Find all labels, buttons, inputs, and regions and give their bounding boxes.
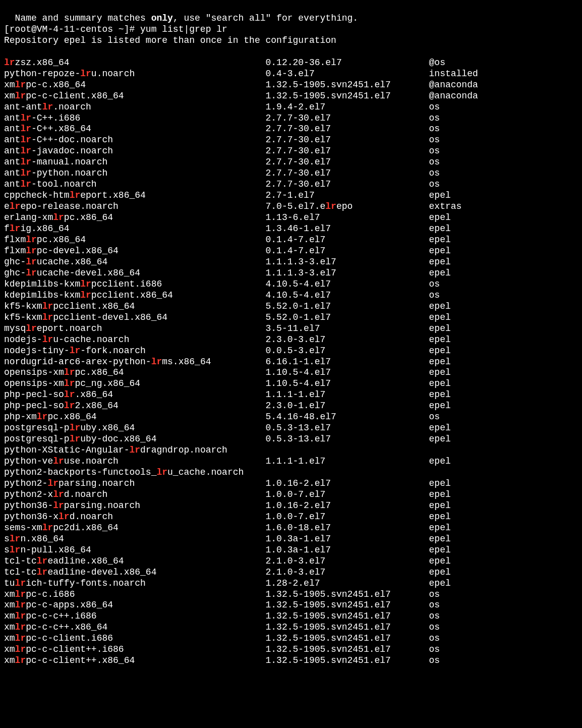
package-repo: [429, 467, 578, 478]
package-row: nodejs-lru-cache.noarch2.3.0-3.el7epel: [4, 334, 578, 346]
package-name: antlr-C++-doc.noarch: [4, 135, 265, 146]
package-row: tcl-tclreadline-devel.x86_642.1.0-3.el7e…: [4, 567, 578, 578]
package-repo: [429, 445, 578, 456]
package-row: ant-antlr.noarch1.9.4-2.el7os: [4, 102, 578, 113]
package-row: python-XStatic-Angular-lrdragndrop.noarc…: [4, 445, 578, 456]
terminal[interactable]: Name and summary matches only, use "sear…: [0, 0, 582, 680]
package-version: 1.1.1.3-3.el7: [265, 268, 429, 279]
package-repo: epel: [429, 523, 578, 534]
package-version: 1.28-2.el7: [265, 578, 429, 589]
package-version: 0.12.20-36.el7: [265, 58, 429, 69]
package-repo: os: [429, 633, 578, 644]
package-version: 1.10.5-4.el7: [265, 378, 429, 389]
package-repo: os: [429, 644, 578, 655]
package-repo: os: [429, 146, 578, 157]
package-version: 2.7.7-30.el7: [265, 179, 429, 190]
package-name: erlang-xmlrpc.x86_64: [4, 212, 265, 223]
package-repo: epel: [429, 190, 578, 201]
package-name: kdepimlibs-kxmlrpcclient.i686: [4, 279, 265, 290]
package-version: 2.7.7-30.el7: [265, 124, 429, 135]
package-name: php-pecl-solr2.x86_64: [4, 401, 265, 412]
package-name: antlr-manual.noarch: [4, 157, 265, 168]
package-name: python-repoze-lru.noarch: [4, 69, 265, 80]
package-row: xmlrpc-c-client++.x86_641.32.5-1905.svn2…: [4, 655, 578, 666]
package-name: cppcheck-htmlreport.x86_64: [4, 190, 265, 201]
package-repo: epel: [429, 346, 578, 357]
package-name: xmlrpc-c-apps.x86_64: [4, 600, 265, 611]
package-name: ghc-lrucache.x86_64: [4, 257, 265, 268]
repo-warning: Repository epel is listed more than once…: [4, 35, 578, 46]
package-name: python-XStatic-Angular-lrdragndrop.noarc…: [4, 445, 265, 456]
package-repo: os: [429, 113, 578, 124]
package-name: python-velruse.noarch: [4, 456, 265, 467]
package-repo: os: [429, 600, 578, 611]
package-row: postgresql-plruby-doc.x86_640.5.3-13.el7…: [4, 434, 578, 445]
package-row: slrn-pull.x86_641.0.3a-1.el7epel: [4, 545, 578, 556]
package-row: kdepimlibs-kxmlrpcclient.x86_644.10.5-4.…: [4, 290, 578, 301]
package-name: nodejs-tiny-lr-fork.noarch: [4, 346, 265, 357]
package-row: xmlrpc-c-client++.i6861.32.5-1905.svn245…: [4, 644, 578, 655]
package-version: 5.4.16-48.el7: [265, 412, 429, 423]
package-row: xmlrpc-c-client.x86_641.32.5-1905.svn245…: [4, 91, 578, 102]
package-row: xmlrpc-c.x86_641.32.5-1905.svn2451.el7@a…: [4, 80, 578, 91]
package-row: tcl-tclreadline.x86_642.1.0-3.el7epel: [4, 556, 578, 567]
package-row: mysqlreport.noarch3.5-11.el7epel: [4, 323, 578, 334]
package-name: flrig.x86_64: [4, 223, 265, 235]
package-row: sems-xmlrpc2di.x86_641.6.0-18.el7epel: [4, 523, 578, 534]
package-row: python2-xlrd.noarch1.0.0-7.el7epel: [4, 489, 578, 500]
package-repo: epel: [429, 378, 578, 389]
package-name: kf5-kxmlrpcclient.x86_64: [4, 301, 265, 312]
package-repo: os: [429, 168, 578, 179]
package-row: python36-lrparsing.noarch1.0.16-2.el7epe…: [4, 500, 578, 512]
package-version: 1.1.1-1.el7: [265, 456, 429, 467]
package-version: 1.32.5-1905.svn2451.el7: [265, 600, 429, 611]
package-repo: installed: [429, 69, 578, 80]
package-row: php-pecl-solr2.x86_642.3.0-1.el7epel: [4, 401, 578, 412]
package-version: 1.0.3a-1.el7: [265, 545, 429, 556]
package-name: nodejs-lru-cache.noarch: [4, 334, 265, 346]
package-row: ghc-lrucache.x86_641.1.1.3-3.el7epel: [4, 257, 578, 268]
package-row: ghc-lrucache-devel.x86_641.1.1.3-3.el7ep…: [4, 268, 578, 279]
package-version: 1.32.5-1905.svn2451.el7: [265, 80, 429, 91]
package-row: nordugrid-arc6-arex-python-lrms.x86_646.…: [4, 357, 578, 368]
package-name: flxmlrpc.x86_64: [4, 235, 265, 246]
package-repo: epel: [429, 578, 578, 589]
package-version: 1.32.5-1905.svn2451.el7: [265, 655, 429, 666]
package-repo: os: [429, 124, 578, 135]
package-version: 1.32.5-1905.svn2451.el7: [265, 589, 429, 600]
package-version: 0.1.4-7.el7: [265, 235, 429, 246]
package-row: opensips-xmlrpc.x86_641.10.5-4.el7epel: [4, 367, 578, 378]
package-version: 5.52.0-1.el7: [265, 301, 429, 312]
package-name: flxmlrpc-devel.x86_64: [4, 246, 265, 257]
package-name: xmlrpc-c.x86_64: [4, 80, 265, 91]
package-version: 1.10.5-4.el7: [265, 367, 429, 378]
package-row: xmlrpc-c-c++.x86_641.32.5-1905.svn2451.e…: [4, 622, 578, 633]
package-row: antlr-javadoc.noarch2.7.7-30.el7os: [4, 146, 578, 157]
package-version: 2.1.0-3.el7: [265, 567, 429, 578]
package-name: elrepo-release.noarch: [4, 201, 265, 212]
package-row: lrzsz.x86_640.12.20-36.el7@os: [4, 58, 578, 69]
package-row: xmlrpc-c-apps.x86_641.32.5-1905.svn2451.…: [4, 600, 578, 611]
package-repo: os: [429, 279, 578, 290]
package-version: 0.5.3-13.el7: [265, 423, 429, 434]
package-row: postgresql-plruby.x86_640.5.3-13.el7epel: [4, 423, 578, 434]
package-name: python2-xlrd.noarch: [4, 489, 265, 500]
package-repo: epel: [429, 212, 578, 223]
package-name: ghc-lrucache-devel.x86_64: [4, 268, 265, 279]
package-repo: os: [429, 655, 578, 666]
package-repo: epel: [429, 312, 578, 323]
package-version: [265, 445, 429, 456]
package-repo: @anaconda: [429, 80, 578, 91]
package-name: xmlrpc-c.i686: [4, 589, 265, 600]
package-name: antlr-python.noarch: [4, 168, 265, 179]
package-version: 0.4-3.el7: [265, 69, 429, 80]
package-row: kdepimlibs-kxmlrpcclient.i6864.10.5-4.el…: [4, 279, 578, 290]
package-version: 2.7.7-30.el7: [265, 157, 429, 168]
package-name: xmlrpc-c-c++.i686: [4, 611, 265, 622]
package-version: 1.0.3a-1.el7: [265, 534, 429, 545]
package-version: 2.7.7-30.el7: [265, 168, 429, 179]
package-name: xmlrpc-c-client.i686: [4, 633, 265, 644]
package-version: 5.52.0-1.el7: [265, 312, 429, 323]
package-name: python36-xlrd.noarch: [4, 512, 265, 523]
package-version: 1.13-6.el7: [265, 212, 429, 223]
